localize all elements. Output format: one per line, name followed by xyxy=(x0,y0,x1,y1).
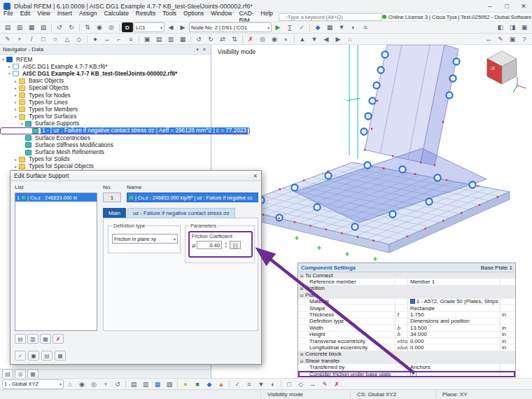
shading-button[interactable]: ◐ xyxy=(281,34,292,44)
cs-row-reference-member[interactable]: Reference memberMember 1 xyxy=(298,279,515,285)
annotate-button[interactable]: ✎ xyxy=(319,379,330,389)
tree-expand-icon[interactable]: ▸ xyxy=(13,93,19,97)
zoom-all-button[interactable]: ◉ xyxy=(76,379,88,389)
snap-line-button[interactable]: ◆ xyxy=(204,379,215,389)
cs-row-longitudinal-eccentricity[interactable]: Longitudinal eccentricityelon0.000in xyxy=(298,344,515,351)
renumber-supports-button[interactable]: ▦ xyxy=(40,334,51,344)
dlubal-logo-button[interactable]: D xyxy=(122,22,133,32)
anchor-icon[interactable] xyxy=(446,92,452,98)
anchor-icon[interactable] xyxy=(426,198,432,204)
ortho-button[interactable]: ⌐ xyxy=(113,34,125,44)
cs-row-shape[interactable]: ShapeRectangle xyxy=(298,305,515,312)
anchor-icon[interactable] xyxy=(325,172,331,178)
cs-row-definition-type[interactable]: Definition typeDimensions and position xyxy=(298,318,515,325)
navigation-cube[interactable]: -X xyxy=(487,51,526,92)
insert-support-button[interactable]: ● xyxy=(90,34,101,44)
redo-button[interactable]: ↻ xyxy=(66,22,77,32)
guidelines-button[interactable]: ✓ xyxy=(232,379,243,389)
anchor-icon[interactable] xyxy=(453,58,459,64)
tree-expand-icon[interactable]: ▸ xyxy=(13,164,19,169)
definition-type-select[interactable]: Friction in plane xy ▾ xyxy=(112,234,178,244)
pan-button[interactable]: + xyxy=(100,379,111,389)
selected-object-combo[interactable]: Node No. 2 | DS1 | CO1▾ xyxy=(189,22,272,32)
measure-button[interactable]: ↔ xyxy=(483,34,494,44)
nav-tab-views[interactable]: ◎ xyxy=(15,369,26,379)
cs-row-height[interactable]: Heighth34.000in xyxy=(298,332,515,338)
collapse-icon[interactable]: ⊟ xyxy=(298,293,305,298)
orbit-button[interactable]: ↺ xyxy=(112,379,123,389)
panel-left-button[interactable]: ◧ xyxy=(495,22,506,32)
left-view-button[interactable]: ◀ xyxy=(321,34,332,44)
tree-item-surface-support-1[interactable]: 1 - | uz : Failure if negative contact s… xyxy=(0,127,250,134)
insert-line-button[interactable]: / xyxy=(26,34,37,44)
zoom-extent-button[interactable]: ◎ xyxy=(257,34,268,44)
tree-item-special-objects[interactable]: ▸Special Objects xyxy=(0,85,211,92)
zoom-button[interactable]: ◎ xyxy=(88,379,99,389)
insert-surface-button[interactable]: ◇ xyxy=(74,34,85,44)
cs-row-position[interactable]: ⊞Position xyxy=(298,286,515,292)
options-button[interactable]: ▦ xyxy=(55,351,66,360)
snapshot-button[interactable]: ▣ xyxy=(507,34,518,44)
spin-down-icon[interactable]: ▾ xyxy=(223,245,228,248)
flip-button[interactable]: ⇅ xyxy=(229,34,240,44)
cs-row-thickness[interactable]: Thicknesst1.750in xyxy=(298,312,515,318)
insert-node-button[interactable]: + xyxy=(14,34,25,44)
cs-row-width[interactable]: Widthb13.500in xyxy=(298,325,515,331)
cs-row-consider-friction-under-base-plate[interactable]: Consider friction under base plate✓ xyxy=(298,371,515,377)
anchor-icon[interactable] xyxy=(469,181,475,188)
tree-item-types-for-nodes[interactable]: ▸Types for Nodes xyxy=(0,92,211,99)
solid-display-button[interactable]: ▥ xyxy=(140,379,151,389)
anchor-icon[interactable] xyxy=(373,82,379,88)
cs-row-to-connect[interactable]: ⊟To Connect xyxy=(298,272,515,279)
annotation-button[interactable]: ✎ xyxy=(495,34,506,44)
default-view-button[interactable]: ⌂ xyxy=(64,379,76,389)
anchor-icon[interactable] xyxy=(389,211,396,217)
right-view-button[interactable]: ▶ xyxy=(332,34,344,44)
clipping-box-button[interactable]: □ xyxy=(284,379,295,389)
tree-item-aisc-dg1-example-4-7-7-kb-test-steeljoints-0[interactable]: ▾AISC DG1 Example 4.7-7 KB_test-SteelJoi… xyxy=(0,70,211,77)
snap-node-button[interactable]: ● xyxy=(180,379,191,389)
anchor-icon[interactable] xyxy=(377,66,384,73)
anchor-icon[interactable] xyxy=(291,184,298,190)
display-properties-button[interactable]: ◉ xyxy=(94,22,105,32)
next-load-case-button[interactable]: ▶ xyxy=(177,22,188,32)
rendering-button[interactable]: ▧ xyxy=(164,379,175,389)
settings-button[interactable]: ≡ xyxy=(360,22,371,32)
tree-item-types-for-lines[interactable]: ▸Types for Lines xyxy=(0,99,211,106)
tree-item-basic-objects[interactable]: ▸Basic Objects xyxy=(0,78,211,85)
anchor-icon[interactable] xyxy=(314,204,320,210)
cs-row-plate[interactable]: ⊟Plate xyxy=(298,292,515,298)
calculate-button[interactable]: ▶ xyxy=(272,22,284,32)
support-name-field[interactable]: | Cu,z : 246833.000 kip/ft³ | uz : Failu… xyxy=(127,192,258,202)
visibility-button[interactable]: ◐ xyxy=(348,22,359,32)
tree-expand-icon[interactable]: ▸ xyxy=(13,158,19,162)
friction-coefficient-input[interactable]: 0.40 xyxy=(197,241,222,249)
display-navigator-button[interactable]: ≡ xyxy=(244,379,255,389)
rotate-view-button[interactable]: ↺ xyxy=(193,34,204,44)
open-file-button[interactable]: ▥ xyxy=(14,22,25,32)
rotate-cw-button[interactable]: ↻ xyxy=(205,34,216,44)
tree-item-surface-supports[interactable]: ▾Surface Supports xyxy=(0,120,211,127)
anchor-icon[interactable] xyxy=(369,97,375,104)
grid-button[interactable]: ▦ xyxy=(177,34,188,44)
nav-tab-data[interactable]: ▤ xyxy=(2,369,13,379)
pick-objects-button[interactable]: ▣ xyxy=(28,351,39,360)
tab-main[interactable]: Main xyxy=(103,208,126,218)
workspace-button[interactable]: ▣ xyxy=(519,22,530,32)
layers-button[interactable]: ≡ xyxy=(125,34,136,44)
anchor-icon[interactable] xyxy=(351,223,358,230)
cs-row-material[interactable]: Material1 - A572, Grade 50 (Plates, Stri… xyxy=(298,299,515,305)
nav-tab-results[interactable]: ▦ xyxy=(27,369,38,379)
anchor-icon[interactable] xyxy=(365,113,371,119)
info-button[interactable]: ▤ xyxy=(41,351,52,360)
save-button[interactable]: ▦ xyxy=(26,22,37,32)
apply-button[interactable]: ✓ xyxy=(15,351,26,360)
edit-button[interactable]: ✎ xyxy=(2,34,13,44)
undo-button[interactable]: ↺ xyxy=(54,22,65,32)
tree-item-surface-mesh-refinements[interactable]: Surface Mesh Refinements xyxy=(0,148,211,155)
expand-icon[interactable]: ⊞ xyxy=(298,351,305,356)
mirror-button[interactable]: ⇄ xyxy=(217,34,228,44)
tree-expand-icon[interactable]: ▾ xyxy=(6,71,13,76)
anchor-icon[interactable] xyxy=(382,51,388,57)
isometric-view-button[interactable]: ▲ xyxy=(297,34,308,44)
